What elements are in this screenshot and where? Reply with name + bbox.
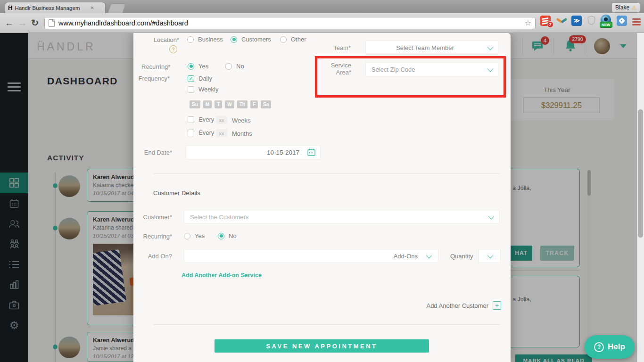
radio-yes-selected[interactable] — [188, 63, 194, 70]
checkbox-every-months[interactable] — [188, 130, 194, 136]
weekday-m[interactable]: M — [203, 100, 212, 108]
quantity-label: Quantity — [450, 253, 473, 260]
quantity-select[interactable] — [479, 249, 501, 263]
url-text: www.myhandlrdashboard.com/#dashboard — [58, 19, 188, 27]
todoist-extension-icon[interactable]: 7 — [540, 16, 551, 26]
location-option-business[interactable]: Business — [187, 36, 223, 43]
save-new-appointment-button[interactable]: SAVE NEW APPOINTMENT — [215, 339, 429, 353]
question-circle-icon: ? — [594, 342, 604, 352]
profile-name: Blake — [615, 4, 629, 11]
browser-profile-button[interactable]: Blake ⚠ — [611, 2, 640, 13]
boomerang-extension-icon[interactable] — [556, 17, 568, 25]
chevron-down-icon — [487, 44, 494, 50]
weekday-w[interactable]: W — [225, 100, 234, 108]
page-scrollbar-thumb[interactable] — [638, 109, 643, 238]
radio-label: Customers — [241, 36, 271, 43]
addons-select[interactable]: Add-Ons — [184, 249, 438, 263]
weekday-sa[interactable]: Sa — [261, 100, 271, 108]
browser-tab[interactable]: Ḧ Handlr Business Managem × — [5, 2, 106, 13]
todoist-badge: 7 — [547, 21, 553, 28]
team-label: Team* — [322, 44, 351, 51]
calendar-picker-icon[interactable] — [307, 148, 315, 156]
back-button[interactable]: ← — [5, 13, 14, 33]
add-another-customer[interactable]: Add Another Customer + — [426, 301, 501, 310]
customer-select-placeholder: Select the Customers — [190, 214, 248, 221]
location-option-customers[interactable]: Customers — [231, 36, 271, 43]
months-count-input[interactable]: xx — [216, 129, 227, 137]
location-option-other[interactable]: Other — [280, 36, 306, 43]
location-label: Location* — [143, 36, 179, 43]
radio-business[interactable] — [187, 36, 194, 43]
radio-label: No — [236, 63, 244, 70]
url-bar[interactable]: www.myhandlrdashboard.com/#dashboard ☆ — [44, 17, 536, 29]
send-extension-icon[interactable]: ≫ — [571, 16, 582, 26]
checkbox-every-weeks[interactable] — [188, 116, 194, 123]
recurring-option-no[interactable]: No — [225, 63, 244, 70]
customer-recurring-label: Recurring* — [139, 233, 172, 240]
bookmark-star-icon[interactable]: ☆ — [525, 20, 531, 26]
radio-label: Yes — [195, 232, 205, 239]
help-button[interactable]: ? Help — [585, 335, 635, 359]
addons-select-value: Add-Ons — [394, 253, 418, 260]
radio-label: No — [229, 232, 237, 239]
addon-label: Add On? — [139, 253, 172, 260]
weeks-label: Weeks — [232, 117, 251, 124]
end-date-value: 10-15-2017 — [267, 149, 299, 156]
checkbox-label: Weekly — [198, 86, 218, 93]
every-label: Every — [198, 129, 214, 136]
weeks-count-input[interactable]: xx — [216, 116, 227, 124]
customer-recurring-yes[interactable]: Yes — [184, 232, 205, 239]
weekday-t[interactable]: T — [215, 100, 222, 108]
warning-icon: ⚠ — [632, 5, 636, 11]
location-help-icon[interactable]: ? — [169, 45, 177, 53]
checkbox-label: Daily — [198, 75, 212, 82]
help-label: Help — [608, 342, 625, 352]
radio-customer-no-selected[interactable] — [218, 233, 224, 239]
forward-button[interactable]: → — [18, 13, 27, 33]
weekday-f[interactable]: F — [250, 100, 258, 108]
checkbox-daily-checked[interactable]: ✓ — [188, 75, 194, 82]
frequency-weekly[interactable]: Weekly — [188, 86, 218, 93]
section-divider — [153, 324, 500, 325]
customer-recurring-no[interactable]: No — [218, 232, 237, 239]
checkbox-weekly[interactable] — [188, 86, 194, 93]
new-tab-button[interactable] — [108, 3, 126, 13]
weekday-th[interactable]: Th — [237, 100, 248, 108]
every-months-checkbox-row[interactable]: Every — [188, 129, 214, 136]
frequency-daily[interactable]: ✓ Daily — [188, 75, 212, 82]
annotation-highlight-box — [315, 56, 506, 98]
chevron-down-icon — [488, 213, 495, 219]
radio-label: Other — [291, 36, 306, 43]
months-label: Months — [232, 130, 252, 137]
recurring-option-yes[interactable]: Yes — [188, 63, 208, 70]
radio-customers-selected[interactable] — [231, 36, 237, 43]
chevron-down-icon — [487, 252, 494, 258]
weekday-su[interactable]: Su — [190, 100, 200, 108]
radio-no[interactable] — [225, 63, 232, 70]
tab-close-icon[interactable]: × — [90, 6, 94, 10]
tag-extension-icon[interactable] — [617, 16, 627, 26]
end-date-field[interactable]: 10-15-2017 — [186, 145, 321, 159]
reload-button[interactable]: ↻ — [31, 13, 39, 33]
every-weeks-checkbox-row[interactable]: Every — [188, 116, 214, 123]
add-another-addon-link[interactable]: Add Another Add-on Service — [182, 272, 262, 279]
team-select[interactable]: Select Team Member — [365, 41, 499, 55]
chevron-down-icon — [426, 252, 432, 258]
end-date-label: End Date* — [139, 149, 172, 156]
tab-title: Handlr Business Managem — [15, 5, 88, 11]
radio-label: Business — [198, 36, 223, 43]
radio-customer-yes[interactable] — [184, 233, 190, 239]
radio-other[interactable] — [280, 36, 287, 43]
customer-label: Customer* — [139, 214, 172, 221]
customer-details-heading: Customer Details — [153, 189, 200, 197]
handlr-favicon: Ḧ — [8, 4, 12, 11]
plus-icon[interactable]: + — [493, 301, 501, 310]
eye-new-badge: NEW — [600, 22, 612, 28]
customer-select[interactable]: Select the Customers — [184, 210, 500, 224]
section-divider — [153, 173, 500, 174]
browser-menu-icon[interactable] — [632, 17, 641, 27]
every-label: Every — [198, 116, 214, 123]
frequency-label: Frequency* — [137, 75, 170, 82]
shield-extension-icon[interactable] — [587, 16, 595, 25]
recurring-label: Recurring* — [141, 63, 170, 70]
